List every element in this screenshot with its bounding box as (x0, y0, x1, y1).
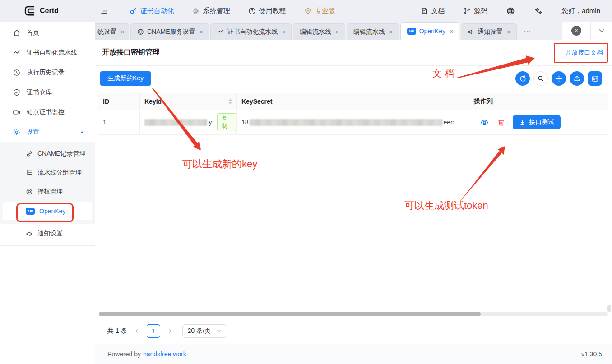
globe-icon (137, 28, 144, 35)
compact-mode-button[interactable] (552, 71, 566, 86)
close-icon[interactable]: × (120, 28, 125, 35)
open-api-doc-link[interactable]: 开放接口文档 (565, 49, 603, 57)
sidebar-item-settings[interactable]: 设置 (0, 122, 95, 142)
tab-edit-pipeline-2[interactable]: 编辑流水线 × (347, 23, 399, 40)
trend-line-icon (217, 28, 224, 35)
sidebar-item-pipeline-groups[interactable]: 流水线分组管理 (0, 163, 95, 182)
tab-system-settings[interactable]: 统设置 × (95, 23, 129, 40)
generate-key-button[interactable]: 生成新的Key (100, 71, 151, 86)
sidebar-item-site-monitor[interactable]: 站点证书监控 (0, 102, 95, 122)
pagination-total: 共 1 条 (107, 327, 127, 335)
tab-openkey[interactable]: API OpenKey × (400, 22, 459, 40)
menu-tutorial[interactable]: 使用教程 (248, 7, 286, 15)
cell-id: 1 (98, 110, 140, 134)
close-all-tabs-button[interactable]: × (571, 26, 581, 36)
tab-list-dropdown[interactable] (590, 22, 612, 40)
trend-line-icon (13, 49, 21, 57)
close-icon[interactable]: × (199, 28, 204, 35)
search-toggle-button[interactable] (533, 71, 548, 86)
sparkles-icon[interactable] (534, 7, 542, 15)
docs-link[interactable]: 文档 (421, 7, 445, 15)
copy-button[interactable]: 复制 (217, 113, 236, 131)
group-list-icon (26, 169, 33, 176)
next-page-icon[interactable] (167, 328, 173, 334)
col-header-actions: 操作列 (469, 93, 608, 110)
keyid-visible-text: y (209, 119, 212, 126)
sidebar-item-openkey[interactable]: API OpenKey (3, 202, 92, 220)
page-content: 开放接口密钥管理 开放接口文档 生成新的Key (95, 40, 612, 364)
table-row: 1 y 复制 18 eec (98, 110, 608, 135)
page-header: 开放接口密钥管理 开放接口文档 (95, 40, 612, 66)
link-icon (26, 150, 33, 157)
history-clock-icon (13, 69, 21, 77)
sidebar-item-label: OpenKey (39, 207, 65, 215)
sort-icon[interactable] (228, 99, 232, 104)
tab-cname-service[interactable]: CNAME服务设置 × (130, 23, 209, 40)
handsfree-link[interactable]: handsfree.work (143, 350, 186, 358)
menu-label: 系统管理 (203, 7, 230, 15)
sidebar-item-cname-records[interactable]: CNAME记录管理 (0, 144, 95, 163)
delete-trash-icon[interactable] (497, 119, 505, 126)
horizontal-scrollbar[interactable] (99, 312, 608, 316)
sidebar-item-notify-settings[interactable]: 通知设置 (0, 224, 95, 244)
pagination: 共 1 条 1 20 条/页 (95, 318, 612, 344)
sidebar-item-pipelines[interactable]: 证书自动化流水线 (0, 43, 95, 63)
sidebar-item-home[interactable]: 首页 (0, 23, 95, 43)
page-size-select[interactable]: 20 条/页 (182, 324, 227, 338)
menu-pro-edition[interactable]: 专业版 (304, 7, 335, 15)
col-header-label: KeyId (144, 98, 162, 105)
certd-logo-icon (24, 5, 36, 17)
sidebar-item-label: 证书仓库 (27, 88, 52, 97)
language-globe-icon[interactable] (506, 7, 515, 15)
collapse-menu-icon[interactable] (100, 7, 109, 15)
git-branch-icon (464, 7, 471, 14)
api-test-icon (519, 119, 526, 126)
close-icon[interactable]: × (506, 28, 512, 35)
brand[interactable]: Certd (24, 5, 59, 17)
menu-system-manage[interactable]: 系统管理 (192, 7, 230, 15)
sidebar-item-label: 执行历史记录 (27, 69, 65, 77)
col-header-keyid[interactable]: KeyId (140, 93, 237, 110)
tab-notify-settings[interactable]: 通知设置 × (461, 23, 517, 40)
home-icon (13, 29, 21, 37)
prev-page-icon[interactable] (134, 328, 140, 334)
sidebar-item-label: 通知设置 (37, 230, 63, 238)
vertical-scrollbar-stub[interactable] (607, 305, 611, 312)
columns-settings-button[interactable] (588, 71, 602, 86)
document-icon (421, 7, 428, 14)
tab-more-button[interactable]: ··· (518, 27, 537, 35)
close-icon[interactable]: × (334, 28, 340, 35)
user-greeting[interactable]: 您好，admin (561, 7, 600, 15)
export-button[interactable] (570, 71, 584, 86)
chevron-down-icon (216, 328, 222, 334)
shield-check-icon (13, 88, 21, 97)
refresh-button[interactable] (515, 71, 530, 86)
settings-submenu: CNAME记录管理 流水线分组管理 授权管理 API OpenKey (0, 142, 95, 224)
sidebar-item-authorization[interactable]: 授权管理 (0, 182, 95, 201)
sidebar-item-cert-repo[interactable]: 证书仓库 (0, 83, 95, 102)
camera-monitor-icon (13, 108, 21, 116)
source-code-link[interactable]: 源码 (464, 7, 487, 15)
close-icon[interactable]: × (388, 28, 394, 35)
api-test-button[interactable]: 接口测试 (513, 115, 561, 129)
megaphone-icon (468, 28, 474, 35)
close-icon[interactable]: × (449, 28, 454, 35)
tab-controls: × (562, 22, 612, 40)
page-number-button[interactable]: 1 (147, 324, 160, 338)
tab-edit-pipeline-1[interactable]: 编辑流水线 × (293, 23, 345, 40)
sidebar-item-history[interactable]: 执行历史记录 (0, 63, 95, 83)
view-eye-icon[interactable] (480, 118, 489, 127)
sidebar-item-label: 授权管理 (37, 188, 63, 196)
toolbar-actions (515, 71, 602, 86)
topbar-right: 文档 源码 您好，admin (421, 7, 612, 15)
scrollbar-thumb[interactable] (99, 312, 481, 316)
close-icon[interactable]: × (281, 28, 287, 35)
target-icon (26, 188, 33, 195)
version-text: v1.30.5 (581, 350, 602, 358)
tab-pipelines[interactable]: 证书自动化流水线 × (210, 23, 292, 40)
top-menu: 证书自动化 系统管理 使用教程 专业版 (130, 7, 335, 15)
menu-cert-automation[interactable]: 证书自动化 (130, 7, 174, 15)
sidebar-item-label: 流水线分组管理 (37, 169, 82, 177)
cell-keyid: y 复制 (140, 110, 237, 134)
table-header-row: ID KeyId KeySecret 操作列 (98, 93, 608, 110)
